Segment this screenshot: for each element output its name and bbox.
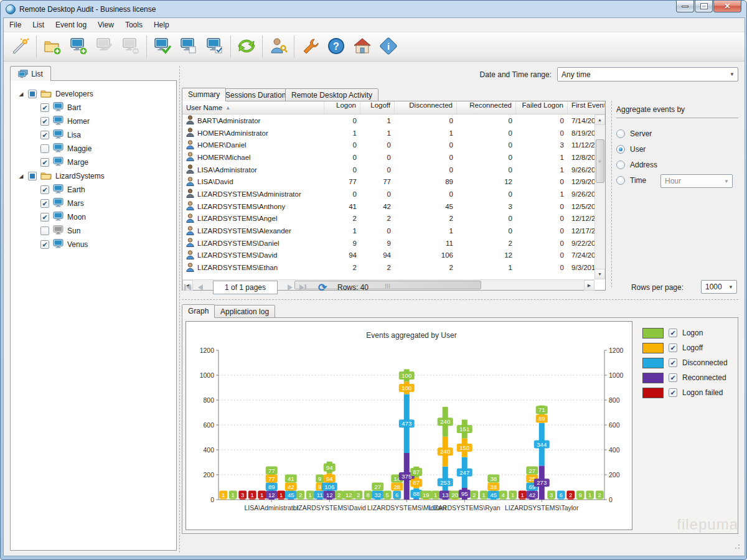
computer-checkbox[interactable]: ✔	[40, 199, 49, 208]
vertical-scrollbar[interactable]: ▲ ▼ ≡	[594, 114, 605, 279]
table-row[interactable]: HOMER\Daniel0000311/12/2016 9:3	[182, 139, 594, 151]
scroll-down-icon[interactable]: ▼	[594, 269, 605, 279]
user-permissions-button[interactable]	[265, 34, 291, 60]
table-row[interactable]: LIZARDSYSTEMS\Anthony4142453012/5/2011 6…	[182, 200, 594, 213]
radio-address[interactable]: Address	[616, 157, 738, 172]
wand-button[interactable]	[7, 34, 34, 60]
page-indicator[interactable]: 1 of 1 pages	[213, 281, 278, 294]
computer-checkbox[interactable]: ✔	[40, 240, 49, 249]
menu-help[interactable]: Help	[148, 19, 175, 31]
remove-computer-button[interactable]	[118, 34, 144, 60]
column-header-user-name[interactable]: User Name ▲	[182, 101, 324, 114]
legend-checkbox-disconnected[interactable]: ✔	[669, 358, 677, 367]
tree-computer[interactable]: ✔ Moon	[13, 210, 174, 224]
tab-application-log[interactable]: Application log	[214, 305, 275, 318]
rows-per-page-combo[interactable]: 1000 ▼	[701, 280, 737, 294]
resize-grip-icon[interactable]	[733, 542, 740, 549]
menu-tools[interactable]: Tools	[120, 19, 148, 31]
computer-checkbox[interactable]: ✔	[40, 158, 49, 167]
last-page-button[interactable]	[296, 281, 309, 294]
tree-computer[interactable]: ✔ Earth	[13, 183, 174, 197]
radio-server-icon[interactable]	[616, 129, 625, 138]
column-header-reconnected[interactable]: Reconnected	[457, 101, 516, 114]
menu-file[interactable]: File	[4, 19, 27, 31]
edit-computer-button[interactable]	[92, 34, 118, 60]
legend-item-logon[interactable]: ✔ Logon	[642, 325, 728, 340]
tab-sessions-duration[interactable]: Sessions Duration	[219, 88, 292, 101]
legend-item-disconnected[interactable]: ✔ Disconnected	[642, 355, 728, 370]
check-all-button[interactable]	[149, 34, 176, 60]
add-computer-button[interactable]	[65, 34, 92, 60]
options-button[interactable]	[297, 34, 323, 60]
date-range-combo[interactable]: Any time ▼	[557, 67, 738, 82]
computer-checkbox[interactable]: ✔	[40, 131, 49, 139]
vertical-scroll-thumb[interactable]: ≡	[596, 139, 604, 183]
tree-computer[interactable]: Sun	[13, 224, 174, 238]
refresh-button[interactable]	[233, 34, 260, 60]
table-row[interactable]: LISA\David77778912012/9/2011 6:5	[182, 175, 594, 188]
help-button[interactable]: ?	[323, 34, 349, 60]
table-row[interactable]: LIZARDSYSTEMS\Administrator000019/26/201…	[182, 188, 594, 200]
table-row[interactable]: BART\Administrator010007/14/2009 8:1	[182, 114, 594, 127]
radio-server[interactable]: Server	[616, 126, 738, 141]
first-page-button[interactable]	[182, 281, 194, 294]
tree-group[interactable]: ◢ LizardSystems	[13, 169, 174, 183]
scroll-up-icon[interactable]: ▲	[594, 114, 605, 125]
expand-arrow-icon[interactable]: ◢	[18, 173, 24, 179]
refresh-rows-icon[interactable]: ⟳	[316, 281, 329, 294]
tree-computer[interactable]: Maggie	[13, 142, 174, 156]
radio-user[interactable]: User	[616, 141, 738, 157]
radio-address-icon[interactable]	[616, 161, 625, 169]
tree-group[interactable]: ◢ Developers	[13, 87, 174, 101]
computer-checkbox[interactable]: ✔	[40, 103, 49, 112]
column-header-logoff[interactable]: Logoff	[360, 101, 395, 114]
computer-checkbox[interactable]	[40, 226, 49, 235]
maximize-button[interactable]	[695, 1, 713, 12]
table-row[interactable]: HOMER\Administrator111008/19/2014 4:0	[182, 127, 594, 139]
table-row[interactable]: HOMER\Michael0000112/8/2016 12:0	[182, 151, 594, 164]
column-header-first-event[interactable]: First Event	[568, 101, 605, 114]
table-row[interactable]: LIZARDSYSTEMS\Alexander1010012/17/2014 1…	[182, 225, 594, 237]
radio-time-icon[interactable]	[616, 176, 625, 185]
about-button[interactable]: i	[375, 34, 402, 60]
uncheck-all-button[interactable]	[176, 34, 202, 60]
expand-arrow-icon[interactable]: ◢	[18, 91, 24, 97]
legend-checkbox-logon[interactable]: ✔	[669, 329, 677, 337]
table-row[interactable]: LIZARDSYSTEMS\David94941061207/24/2013 1…	[182, 250, 594, 262]
previous-page-button[interactable]	[194, 281, 207, 294]
add-group-button[interactable]	[39, 34, 65, 60]
table-row[interactable]: LIZARDSYSTEMS\Daniel9911209/22/2014 4:4	[182, 237, 594, 250]
invert-check-button[interactable]	[202, 34, 228, 60]
tab-list[interactable]: List	[10, 66, 51, 81]
legend-item-logon_failed[interactable]: ✔ Logon failed	[642, 385, 728, 400]
legend-item-reconnected[interactable]: ✔ Reconnected	[642, 370, 728, 385]
column-header-failed-logon[interactable]: Failed Logon	[516, 101, 568, 114]
legend-checkbox-logon_failed[interactable]: ✔	[669, 388, 677, 397]
tree-computer[interactable]: ✔ Homer	[13, 114, 174, 128]
radio-user-icon[interactable]	[616, 145, 625, 154]
home-button[interactable]	[349, 34, 375, 60]
menu-view[interactable]: View	[92, 19, 120, 31]
group-checkbox[interactable]	[28, 172, 37, 180]
tree-computer[interactable]: ✔ Marge	[13, 156, 174, 169]
minimize-button[interactable]	[676, 1, 694, 12]
table-row[interactable]: LISA\Administrator000019/26/2016 2:4	[182, 164, 594, 176]
table-row[interactable]: LIZARDSYSTEMS\Angel2220012/12/2011 7:3	[182, 213, 594, 225]
computer-checkbox[interactable]	[40, 144, 49, 153]
legend-checkbox-reconnected[interactable]: ✔	[669, 373, 677, 382]
tab-summary[interactable]: Summary	[182, 88, 226, 101]
computer-checkbox[interactable]: ✔	[40, 117, 49, 126]
group-checkbox[interactable]	[28, 90, 37, 98]
tree-computer[interactable]: ✔ Bart	[13, 101, 174, 114]
menu-event-log[interactable]: Event log	[50, 19, 92, 31]
computer-checkbox[interactable]: ✔	[40, 213, 49, 222]
menu-list[interactable]: List	[27, 19, 50, 31]
tab-remote-desktop-activity[interactable]: Remote Desktop Activity	[285, 88, 378, 101]
tree-computer[interactable]: ✔ Lisa	[13, 128, 174, 142]
legend-checkbox-logoff[interactable]: ✔	[669, 343, 677, 352]
tree-computer[interactable]: ✔ Venus	[13, 238, 174, 251]
column-header-logon[interactable]: Logon	[324, 101, 360, 114]
legend-item-logoff[interactable]: ✔ Logoff	[642, 340, 728, 355]
column-header-disconnected[interactable]: Disconnected	[395, 101, 457, 114]
next-page-button[interactable]	[284, 281, 296, 294]
